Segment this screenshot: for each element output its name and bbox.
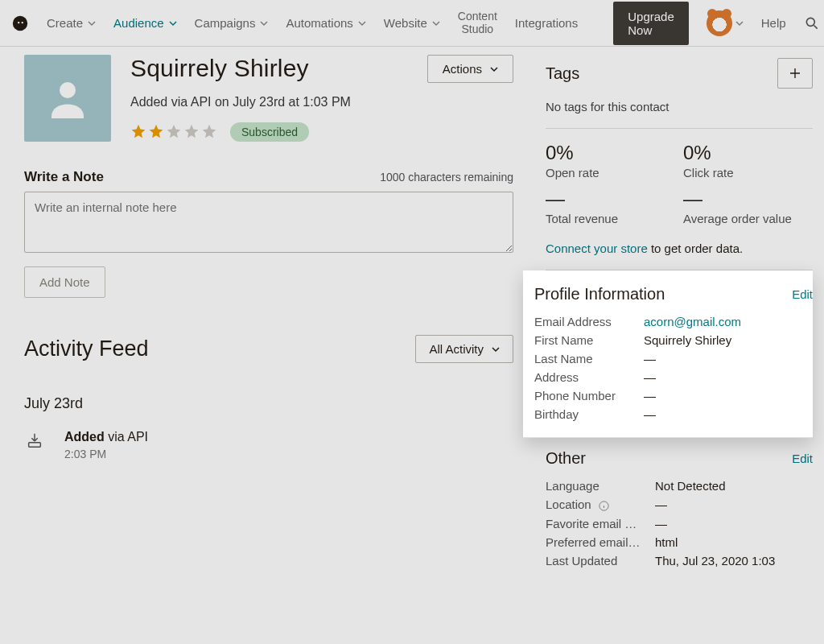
feed-item-time: 2:03 PM: [64, 448, 148, 460]
profile-last-label: Last Name: [534, 352, 644, 365]
contact-added-line: Added via API on July 23rd at 1:03 PM: [130, 95, 408, 109]
contact-name: Squirrely Shirley: [130, 55, 408, 82]
chevron-down-icon: [432, 19, 440, 27]
total-revenue-label: Total revenue: [546, 212, 675, 225]
aov-value: —: [683, 188, 813, 210]
note-heading: Write a Note: [24, 169, 104, 185]
contact-avatar: [24, 55, 111, 142]
account-menu[interactable]: [707, 10, 744, 36]
nav-integrations[interactable]: Integrations: [515, 16, 578, 30]
profile-email-label: Email Address: [534, 315, 644, 328]
add-tag-button[interactable]: [777, 58, 813, 89]
nav-content-studio[interactable]: Content Studio: [458, 10, 497, 35]
nav-content-studio-l2: Studio: [461, 23, 493, 35]
connect-store-line: Connect your store to get order data.: [546, 242, 813, 270]
feed-item-text: Added via API: [64, 430, 148, 444]
other-section: Other Edit Language Not Detected Locatio…: [534, 438, 813, 585]
chevron-down-icon: [88, 19, 96, 27]
nav-content-studio-l1: Content: [458, 10, 497, 23]
total-revenue-value: —: [546, 188, 675, 210]
nav-automations[interactable]: Automations: [286, 16, 365, 30]
other-location-label: Location: [546, 497, 655, 512]
other-heading: Other: [546, 449, 586, 468]
other-pref-value: html: [655, 535, 813, 549]
aov-label: Average order value: [683, 212, 813, 225]
other-edit-link[interactable]: Edit: [792, 452, 813, 465]
profile-edit-link[interactable]: Edit: [792, 287, 813, 301]
actions-label: Actions: [443, 62, 482, 76]
search-icon[interactable]: [804, 15, 820, 31]
feed-date-group: July 23rd: [24, 395, 513, 412]
note-char-remaining: 1000 characters remaining: [380, 171, 513, 184]
sidebar: Tags No tags for this contact 0% Open ra…: [534, 47, 824, 644]
profile-phone-label: Phone Number: [534, 389, 644, 402]
note-textarea[interactable]: [24, 192, 513, 253]
connect-store-link[interactable]: Connect your store: [546, 242, 648, 255]
other-location-value: —: [655, 497, 813, 512]
profile-first-value: Squirrely Shirley: [644, 333, 813, 347]
plus-icon: [788, 66, 802, 80]
actions-button[interactable]: Actions: [427, 55, 513, 83]
other-fav-label: Favorite email …: [546, 517, 655, 530]
nav-create[interactable]: Create: [47, 16, 96, 30]
svg-rect-5: [29, 443, 41, 448]
nav-help[interactable]: Help: [761, 16, 786, 30]
contact-header: Squirrely Shirley Added via API on July …: [24, 55, 513, 142]
open-rate-label: Open rate: [546, 166, 675, 180]
feed-item-rest: via API: [105, 430, 148, 444]
open-rate-value: 0%: [546, 142, 675, 164]
upgrade-now-button[interactable]: Upgrade Now: [613, 2, 689, 45]
profile-first-label: First Name: [534, 333, 644, 347]
svg-point-0: [13, 15, 27, 30]
import-icon: [26, 431, 43, 449]
other-language-label: Language: [546, 479, 655, 493]
nav-website[interactable]: Website: [384, 16, 440, 30]
click-rate-label: Click rate: [683, 166, 813, 180]
profile-last-value: —: [644, 352, 813, 365]
profile-birthday-value: —: [644, 407, 813, 421]
star-icon: [183, 123, 200, 142]
tags-empty-text: No tags for this contact: [546, 100, 813, 114]
star-icon: [130, 123, 146, 142]
chevron-down-icon: [490, 65, 498, 73]
star-icon: [201, 123, 217, 142]
svg-point-4: [60, 82, 76, 98]
chevron-down-icon: [260, 19, 268, 27]
svg-point-3: [806, 18, 814, 26]
profile-address-label: Address: [534, 370, 644, 384]
other-updated-label: Last Updated: [546, 554, 655, 568]
chevron-down-icon: [492, 345, 500, 353]
engagement-stats: 0% Open rate 0% Click rate: [546, 128, 813, 180]
svg-point-2: [22, 21, 23, 23]
other-language-value: Not Detected: [655, 479, 813, 493]
tags-heading: Tags: [546, 64, 579, 83]
mailchimp-logo-icon[interactable]: [11, 14, 29, 32]
profile-birthday-label: Birthday: [534, 407, 644, 421]
activity-filter-button[interactable]: All Activity: [415, 335, 513, 363]
status-badge: Subscribed: [230, 122, 309, 142]
chevron-down-icon: [735, 19, 744, 27]
profile-address-value: —: [644, 370, 813, 384]
add-note-button[interactable]: Add Note: [24, 266, 105, 298]
nav-campaigns-label: Campaigns: [195, 16, 256, 30]
nav-website-label: Website: [384, 16, 427, 30]
top-nav: Create Audience Campaigns Automations We…: [0, 0, 824, 47]
activity-feed-heading: Activity Feed: [24, 336, 149, 361]
click-rate-value: 0%: [683, 142, 813, 164]
nav-audience[interactable]: Audience: [113, 16, 177, 30]
nav-campaigns[interactable]: Campaigns: [195, 16, 269, 30]
contact-rating: Subscribed: [130, 122, 408, 142]
star-icon: [166, 123, 182, 142]
fox-avatar-icon: [707, 10, 732, 36]
profile-phone-value: —: [644, 389, 813, 402]
svg-point-1: [18, 21, 19, 23]
nav-automations-label: Automations: [286, 16, 352, 30]
activity-filter-label: All Activity: [429, 342, 484, 356]
nav-create-label: Create: [47, 16, 83, 30]
profile-email-value[interactable]: acorn@gmail.com: [644, 315, 813, 328]
nav-audience-label: Audience: [113, 16, 164, 30]
info-icon[interactable]: [598, 500, 610, 512]
chevron-down-icon: [358, 19, 366, 27]
tags-section: Tags No tags for this contact 0% Open ra…: [534, 58, 813, 270]
other-updated-value: Thu, Jul 23, 2020 1:03: [655, 554, 813, 568]
